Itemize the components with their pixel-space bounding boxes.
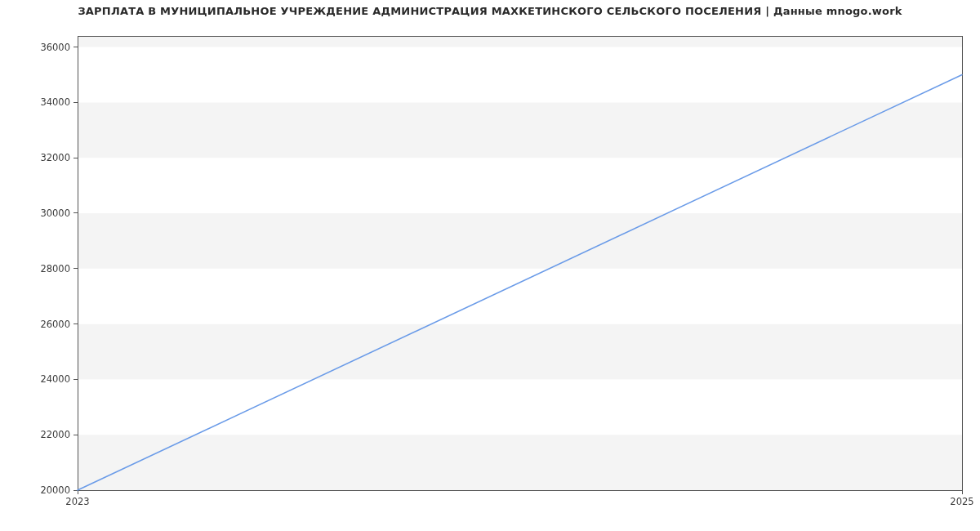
grid-band [78, 324, 962, 380]
x-tick-label: 2023 [65, 496, 89, 507]
x-tick-label: 2025 [950, 496, 973, 507]
grid-band [78, 213, 962, 269]
y-tick-label: 20000 [40, 484, 70, 496]
y-tick-label: 34000 [40, 96, 70, 108]
grid-band [78, 36, 962, 47]
y-tick-label: 36000 [40, 42, 70, 53]
grid-band [78, 435, 962, 490]
chart-title: ЗАРПЛАТА В МУНИЦИПАЛЬНОЕ УЧРЕЖДЕНИЕ АДМИ… [0, 5, 980, 17]
y-tick-label: 22000 [40, 429, 70, 440]
y-tick-label: 26000 [40, 319, 70, 330]
grid-band [78, 102, 962, 158]
chart-container: ЗАРПЛАТА В МУНИЦИПАЛЬНОЕ УЧРЕЖДЕНИЕ АДМИ… [0, 0, 980, 531]
y-tick-label: 30000 [40, 207, 70, 219]
grid-band [78, 379, 962, 435]
y-tick-label: 32000 [40, 152, 70, 163]
grid-band [78, 47, 962, 103]
y-tick-label: 24000 [40, 373, 70, 385]
grid-band [78, 158, 962, 213]
grid-band [78, 269, 962, 324]
chart-svg: 2000022000240002600028000300003200034000… [0, 0, 980, 531]
y-tick-label: 28000 [40, 263, 70, 274]
